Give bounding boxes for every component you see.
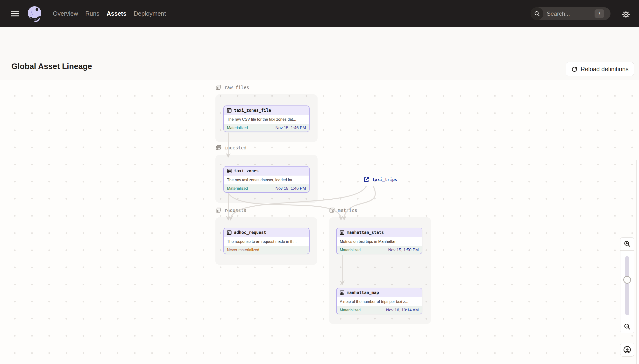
- dagster-logo[interactable]: [27, 6, 43, 22]
- table-icon: [340, 230, 344, 235]
- asset-status-bar: Materialized Nov 15, 1:46 PM: [224, 124, 309, 132]
- top-nav-bar: Overview Runs Assets Deployment /: [0, 0, 639, 27]
- asset-node-header[interactable]: taxi_zones: [224, 166, 309, 176]
- asset-status-bar: Materialized Nov 16, 10:14 AM: [337, 306, 422, 314]
- asset-name: manhattan_map: [347, 290, 379, 295]
- reload-definitions-button[interactable]: Reload definitions: [566, 62, 634, 76]
- asset-status-bar: Materialized Nov 15, 1:50 PM: [337, 246, 422, 254]
- zoom-slider-rail[interactable]: [625, 256, 629, 315]
- search-shortcut-badge: /: [594, 10, 604, 18]
- asset-node-header[interactable]: adhoc_request: [224, 228, 309, 237]
- status-badge: Materialized: [340, 308, 361, 312]
- asset-description: The response to an request made in th...: [224, 237, 309, 246]
- right-panel-divider: [636, 160, 639, 364]
- asset-description: The raw CSV file for the taxi zones dat.…: [224, 115, 309, 124]
- asset-status-bar: Materialized Nov 15, 1:46 PM: [224, 184, 309, 192]
- asset-node-header[interactable]: manhattan_map: [337, 288, 422, 297]
- search-icon: [530, 7, 543, 20]
- zoom-out-icon: [623, 323, 631, 331]
- zoom-in-button[interactable]: [620, 238, 634, 250]
- status-badge: Materialized: [340, 248, 361, 252]
- asset-description: A map of the number of trips per taxi z.…: [337, 297, 422, 306]
- materialization-timestamp: Nov 15, 1:50 PM: [388, 248, 419, 252]
- asset-node-manhattan-map[interactable]: manhattan_map A map of the number of tri…: [336, 288, 422, 314]
- download-image-button[interactable]: [620, 343, 634, 356]
- page-header-panel: Global Asset Lineage Reload definitions …: [0, 27, 639, 80]
- asset-description: The raw taxi zones dataset, loaded int..…: [224, 176, 309, 184]
- table-icon: [227, 108, 232, 113]
- settings-gear-icon[interactable]: [621, 10, 631, 19]
- reload-icon: [571, 66, 578, 72]
- asset-node-header[interactable]: taxi_zones_file: [224, 106, 309, 115]
- zoom-controls: [620, 237, 634, 333]
- asset-name: manhattan_stats: [347, 230, 384, 235]
- table-icon: [227, 169, 232, 173]
- nav-item-assets[interactable]: Assets: [107, 10, 127, 17]
- asset-node-taxi-zones-file[interactable]: taxi_zones_file The raw CSV file for the…: [223, 106, 310, 132]
- nav-item-overview[interactable]: Overview: [53, 10, 78, 17]
- table-icon: [227, 230, 232, 235]
- nav-links: Overview Runs Assets Deployment: [53, 0, 166, 27]
- external-link-icon: [363, 176, 369, 183]
- reload-definitions-label: Reload definitions: [580, 66, 628, 73]
- materialization-timestamp: Nov 15, 1:46 PM: [275, 186, 306, 191]
- materialization-timestamp: Nov 16, 10:14 AM: [386, 308, 419, 312]
- hamburger-menu-icon[interactable]: [11, 9, 19, 18]
- global-search[interactable]: /: [530, 7, 610, 20]
- asset-node-taxi-zones[interactable]: taxi_zones The raw taxi zones dataset, l…: [223, 166, 310, 192]
- external-asset-taxi-trips[interactable]: taxi_trips: [363, 176, 397, 183]
- asset-node-header[interactable]: manhattan_stats: [337, 228, 422, 237]
- nav-item-deployment[interactable]: Deployment: [134, 10, 166, 17]
- asset-name: taxi_zones_file: [234, 108, 271, 113]
- zoom-slider-thumb[interactable]: [623, 276, 631, 284]
- download-icon: [623, 346, 631, 354]
- materialization-timestamp: Nov 15, 1:46 PM: [275, 126, 306, 130]
- asset-status-bar: Never materialized: [224, 246, 309, 254]
- external-asset-name: taxi_trips: [372, 177, 397, 182]
- status-badge: Materialized: [227, 126, 248, 130]
- asset-node-manhattan-stats[interactable]: manhattan_stats Metrics on taxi trips in…: [336, 228, 422, 254]
- lineage-edges: [0, 80, 639, 364]
- lineage-canvas[interactable]: raw_files ingested requests metrics: [0, 80, 639, 364]
- table-icon: [340, 290, 344, 295]
- nav-item-runs[interactable]: Runs: [85, 10, 99, 17]
- zoom-out-button[interactable]: [620, 320, 634, 333]
- asset-node-adhoc-request[interactable]: adhoc_request The response to an request…: [223, 228, 310, 254]
- asset-description: Metrics on taxi trips in Manhattan: [337, 237, 422, 246]
- zoom-slider[interactable]: [620, 250, 634, 320]
- status-badge: Never materialized: [227, 248, 259, 252]
- page-title: Global Asset Lineage: [11, 62, 92, 71]
- status-badge: Materialized: [227, 186, 248, 191]
- search-input[interactable]: [547, 10, 585, 17]
- asset-name: adhoc_request: [234, 230, 266, 235]
- asset-name: taxi_zones: [234, 168, 259, 173]
- zoom-in-icon: [623, 240, 631, 248]
